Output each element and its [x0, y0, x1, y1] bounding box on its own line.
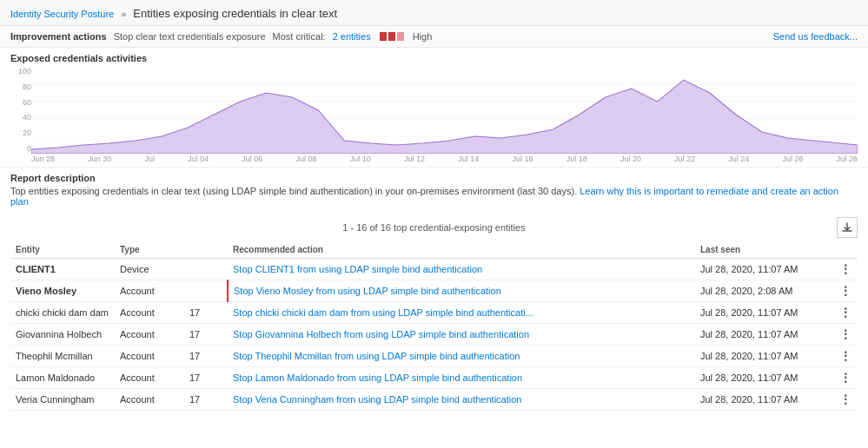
chart-title: Exposed credentials activities [10, 53, 858, 63]
breadcrumb-link[interactable]: Identity Security Posture [10, 9, 114, 19]
table-body: CLIENT1 Device Stop CLIENT1 from using L… [10, 259, 858, 411]
table-row: Vieno Mosley Account Stop Vieno Mosley f… [10, 280, 858, 302]
y-label-60: 60 [10, 98, 31, 107]
table-header-row: Entity Type Recommended action Last seen [10, 241, 858, 259]
cell-action: ⋮ [834, 324, 858, 346]
recommended-action-link[interactable]: Stop Lamon Maldonado from using LDAP sim… [233, 372, 522, 383]
entities-table: Entity Type Recommended action Last seen… [10, 241, 858, 411]
severity-label: High [413, 31, 433, 42]
col-header-lastseen: Last seen [695, 241, 834, 259]
x-label-jul10: Jul 10 [350, 155, 371, 163]
chart-svg [31, 67, 858, 154]
col-header-entity: Entity [10, 241, 115, 259]
cell-lastseen: Jul 28, 2020, 11:07 AM [695, 324, 834, 346]
cell-lastseen: Jul 28, 2020, 11:07 AM [695, 346, 834, 367]
cell-entity: Giovannina Holbech [10, 324, 115, 346]
recommended-action-link[interactable]: Stop Vieno Mosley from using LDAP simple… [234, 286, 501, 296]
col-header-type: Type [115, 241, 184, 259]
x-label-jul20: Jul 20 [620, 155, 641, 163]
cell-recommended: Stop Giovannina Holbech from using LDAP … [228, 324, 695, 346]
col-header-action [834, 241, 858, 259]
x-label-jul04: Jul 04 [188, 155, 209, 163]
cell-type: Account [115, 389, 184, 411]
recommended-action-link[interactable]: Stop chicki chicki dam dam from using LD… [233, 307, 533, 318]
y-label-0: 0 [10, 144, 31, 153]
cell-entity: chicki chicki dam dam [10, 302, 115, 324]
y-label-80: 80 [10, 82, 31, 91]
row-more-button[interactable]: ⋮ [839, 371, 852, 385]
recommended-action-link[interactable]: Stop Veria Cunningham from using LDAP si… [233, 394, 521, 405]
severity-indicator [380, 32, 404, 41]
table-header-bar: 1 - 16 of 16 top credential-exposing ent… [10, 217, 858, 238]
improvement-left: Improvement actions Stop clear text cred… [10, 31, 432, 42]
x-label-jul24: Jul 24 [728, 155, 749, 163]
cell-type: Account [115, 302, 184, 324]
cell-type: Account [115, 367, 184, 389]
row-more-button[interactable]: ⋮ [839, 284, 852, 298]
row-more-button[interactable]: ⋮ [839, 327, 852, 341]
table-row: Theophil Mcmillan Account 17 Stop Theoph… [10, 346, 858, 367]
cell-count [184, 280, 228, 302]
cell-action: ⋮ [834, 259, 858, 280]
x-label-jul12: Jul 12 [404, 155, 425, 163]
report-title: Report description [10, 173, 858, 183]
cell-action: ⋮ [834, 302, 858, 324]
col-header-count [184, 241, 228, 259]
x-label-jul22: Jul 22 [674, 155, 695, 163]
cell-count: 17 [184, 302, 228, 324]
cell-count: 17 [184, 346, 228, 367]
chart-section: Exposed credentials activities 100 80 60… [0, 48, 868, 167]
recommended-action-link[interactable]: Stop CLIENT1 from using LDAP simple bind… [233, 264, 482, 274]
download-button[interactable] [837, 217, 858, 238]
cell-entity: Theophil Mcmillan [10, 346, 115, 367]
cell-entity: CLIENT1 [10, 259, 115, 280]
row-more-button[interactable]: ⋮ [839, 392, 852, 406]
x-label-jul: Jul [144, 155, 155, 163]
row-more-button[interactable]: ⋮ [839, 262, 852, 276]
y-axis: 100 80 60 40 20 0 [10, 67, 31, 163]
recommended-action-link[interactable]: Stop Giovannina Holbech from using LDAP … [233, 329, 529, 339]
cell-lastseen: Jul 28, 2020, 11:07 AM [695, 389, 834, 411]
download-icon [842, 222, 852, 233]
improvement-title: Improvement actions [10, 31, 107, 42]
x-label-jun28: Jun 28 [31, 155, 55, 163]
row-more-button[interactable]: ⋮ [839, 349, 852, 363]
x-label-jul06: Jul 06 [242, 155, 262, 163]
cell-count: 17 [184, 367, 228, 389]
cell-count: 17 [184, 324, 228, 346]
cell-lastseen: Jul 28, 2020, 11:07 AM [695, 302, 834, 324]
cell-action: ⋮ [834, 280, 858, 302]
y-label-100: 100 [10, 67, 31, 76]
x-label-jul08: Jul 08 [296, 155, 317, 163]
cell-recommended: Stop Theophil Mcmillan from using LDAP s… [228, 346, 695, 367]
critical-label: Most critical: [273, 31, 326, 42]
severity-bar-1 [380, 32, 387, 41]
cell-action: ⋮ [834, 346, 858, 367]
table-row: CLIENT1 Device Stop CLIENT1 from using L… [10, 259, 858, 280]
report-section: Report description Top entities exposing… [0, 167, 868, 210]
cell-entity: Veria Cunningham [10, 389, 115, 411]
improvement-bar: Improvement actions Stop clear text cred… [0, 26, 868, 48]
x-label-jul26: Jul 26 [783, 155, 804, 163]
cell-lastseen: Jul 28, 2020, 11:07 AM [695, 259, 834, 280]
cell-recommended: Stop Vieno Mosley from using LDAP simple… [228, 280, 695, 302]
table-count: 1 - 16 of 16 top credential-exposing ent… [293, 222, 575, 233]
chart-canvas: Jun 28 Jun 30 Jul Jul 04 Jul 06 Jul 08 J… [31, 67, 858, 163]
table-row: Veria Cunningham Account 17 Stop Veria C… [10, 389, 858, 411]
recommended-action-link[interactable]: Stop Theophil Mcmillan from using LDAP s… [233, 351, 520, 361]
table-row: Giovannina Holbech Account 17 Stop Giova… [10, 324, 858, 346]
y-label-40: 40 [10, 113, 31, 122]
cell-type: Account [115, 324, 184, 346]
table-section: 1 - 16 of 16 top credential-exposing ent… [0, 214, 868, 414]
cell-count: 17 [184, 389, 228, 411]
feedback-link[interactable]: Send us feedback... [773, 31, 858, 42]
severity-bar-2 [388, 32, 395, 41]
row-more-button[interactable]: ⋮ [839, 306, 852, 320]
cell-type: Device [115, 259, 184, 280]
cell-lastseen: Jul 28, 2020, 2:08 AM [695, 280, 834, 302]
entity-count-link[interactable]: 2 entities [333, 31, 371, 42]
cell-action: ⋮ [834, 367, 858, 389]
x-label-jul16: Jul 16 [512, 155, 533, 163]
cell-type: Account [115, 346, 184, 367]
cell-entity: Vieno Mosley [10, 280, 115, 302]
